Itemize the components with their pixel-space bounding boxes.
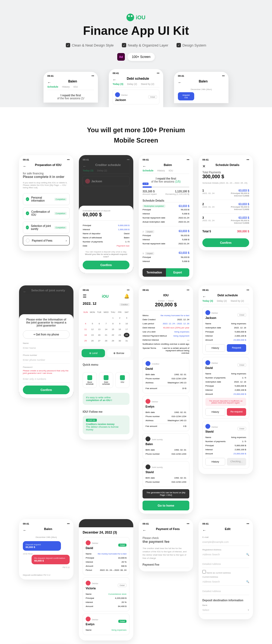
checking-button: Checking...	[227, 458, 246, 466]
screen-schedule-details: 09:41••• ✕Schedule Details Total Payment…	[199, 155, 253, 250]
step-surety[interactable]: ✓Selection of joint suretyCompletion	[23, 221, 70, 233]
get-from-phone-button[interactable]: + Get from my phone	[23, 330, 70, 339]
screen-balen-schedule: 09:41••• ←Balen ScheduleHistoryIOU I rep…	[139, 155, 193, 280]
feature-3: ✓Design System	[177, 43, 206, 47]
logo-text: iOU	[136, 14, 146, 21]
confirm-button[interactable]: Confirm	[83, 261, 129, 269]
menu-icon[interactable]: ☰	[83, 294, 86, 299]
chat-bubble-right: Re-request deposit confirmation 60,000 $	[32, 555, 70, 564]
detailed-address-input[interactable]: Detailed Address	[202, 560, 249, 568]
xd-icon: Xd	[117, 53, 125, 61]
name-input[interactable]: Enter Name	[23, 344, 70, 352]
screen-calendar: 09:41••• ☰iOU🔔 2022. 12Creditor SUNMONTU…	[79, 285, 133, 440]
email-input[interactable]: example@example.com	[202, 538, 249, 546]
search-icon: 🔍	[246, 553, 249, 556]
screen-creditor-modal: 09:41••• ←Creditor schedule Today (3)Del…	[79, 155, 133, 273]
hero-phone-left: 09:41••• ←Balen ScheduleHistoryIOU I rep…	[44, 72, 98, 103]
chat-bubble-left: Deposit request 60,000 $	[23, 541, 61, 551]
step-personal[interactable]: ✓Personal informationCompletion	[23, 193, 70, 205]
go-home-button[interactable]: Go to home	[143, 501, 189, 510]
hero-phone-right: 09:41••• ←Balen December 24th (Mon) requ…	[174, 72, 228, 103]
close-icon[interactable]: ✕	[202, 164, 206, 168]
screen-chat: 09:41••• ←Balen December 24th (Mon) Depo…	[19, 519, 73, 580]
screen-count-pill: 100+ Screen	[128, 53, 155, 61]
step-confirmation[interactable]: ✓Confirmation of IOUCompletion	[23, 207, 70, 219]
deposit-amount: 60,000 $	[83, 212, 129, 218]
re-request-button[interactable]: Re-request	[227, 408, 246, 416]
quick-iou[interactable]: IOU	[115, 372, 129, 388]
logo-mark-icon	[126, 14, 134, 21]
current-address-input[interactable]: Address Search🔍	[202, 578, 249, 586]
screen-edit: 09:41••• ←Edit E-mail example@example.co…	[199, 519, 253, 619]
bell-icon[interactable]: 🔔	[124, 294, 129, 299]
screen-payment-fees: 09:41••• ←Payment of Fees Please check t…	[139, 519, 193, 571]
address-search-input[interactable]: Address Search🔍	[202, 551, 249, 558]
lend-button[interactable]: ⊕ Lend	[82, 349, 105, 357]
password-input[interactable]: Enter only 4 numbers	[23, 375, 70, 383]
confirm-button[interactable]: Confirm	[202, 238, 249, 247]
toast: The generated IOU can be found on [My Pa…	[143, 489, 189, 498]
dual-button[interactable]: Termination Export	[143, 268, 189, 277]
banner-completion[interactable]: It's easy to write onlinecompletion of a…	[83, 393, 129, 405]
borrow-button[interactable]: ⊕ Borrow	[107, 349, 131, 357]
history-button[interactable]: History	[205, 344, 225, 352]
step-payment[interactable]: Payment of Fees›	[23, 236, 70, 245]
logo: iOU	[126, 14, 146, 21]
screen-preparation: 09:41••• ←Preparation of IOU for safe fi…	[19, 155, 73, 251]
feature-2: ✓Neatly & Organized Layer	[122, 43, 168, 47]
chevron-down-icon: ▾	[248, 609, 249, 611]
screen-date-list: December 24, 2022 (3) DebtorDavidDetail …	[79, 519, 133, 640]
quick-debt[interactable]: Debt schedule	[99, 372, 113, 388]
screen-iou: 09:41••• IOU Evelyn ↔ David 200,000 $ Me…	[139, 285, 193, 514]
back-icon[interactable]: ←	[23, 164, 27, 168]
feature-1: ✓Clean & Neat Design Style	[66, 43, 114, 47]
request-button[interactable]: Request	[227, 344, 246, 352]
quick-bond[interactable]: Bond schedule	[83, 372, 97, 388]
hero-phone-center: 09:41••• ←Debt schedule Today (3)Delay (…	[109, 69, 163, 107]
bank-select[interactable]: Select▾	[202, 606, 249, 614]
subheading-2: Mobile Screen	[0, 137, 272, 144]
hero-title: Finance App UI Kit	[0, 24, 272, 38]
screen-debt-schedule: 09:41••• ←Debt schedule Today (3)Delay (…	[199, 285, 253, 474]
screen-joint-surety-input: ←Selection of joint surety Please enter …	[19, 285, 73, 398]
same-address-checkbox[interactable]	[202, 570, 206, 574]
confirm-button[interactable]: Confirm	[23, 386, 70, 394]
subheading-1: You will get more 100+ Prenium	[0, 126, 272, 134]
phone-input[interactable]: Enter phone number	[23, 356, 70, 364]
